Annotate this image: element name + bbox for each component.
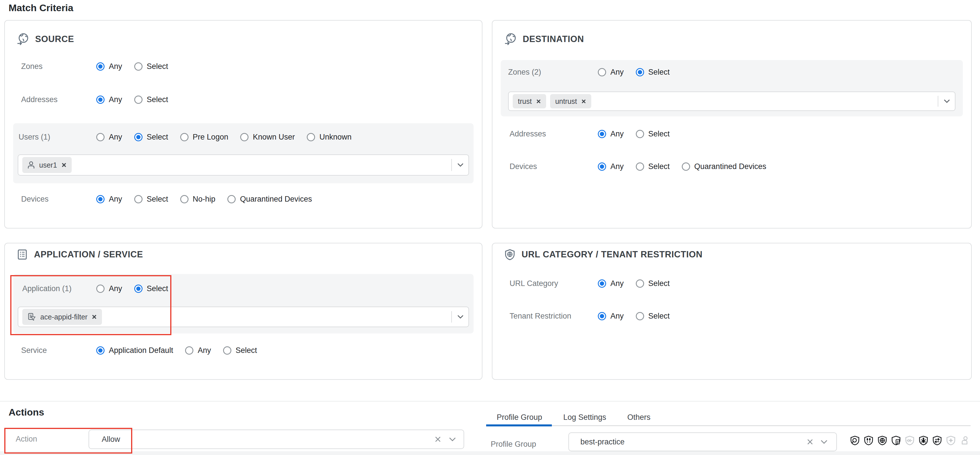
radio-icon[interactable] bbox=[223, 346, 231, 354]
source-users-prelogon-radio[interactable]: Pre Logon bbox=[180, 133, 229, 142]
radio-icon[interactable] bbox=[180, 195, 189, 203]
radio-selected-icon[interactable] bbox=[96, 62, 105, 71]
tenant-select-radio[interactable]: Select bbox=[636, 312, 670, 321]
radio-icon[interactable] bbox=[96, 284, 105, 293]
radio-selected-icon[interactable] bbox=[134, 133, 143, 141]
shield-file-icon[interactable] bbox=[891, 435, 901, 445]
zone-token[interactable]: untrust bbox=[550, 94, 591, 109]
radio-selected-icon[interactable] bbox=[598, 163, 606, 171]
tabs-underline bbox=[486, 425, 970, 426]
radio-icon[interactable] bbox=[636, 312, 644, 320]
radio-selected-icon[interactable] bbox=[598, 130, 606, 138]
actions-tabs: Profile Group Log Settings Others bbox=[486, 413, 651, 422]
shield-globe-icon[interactable] bbox=[877, 435, 888, 445]
shield-arrow-left-icon[interactable] bbox=[905, 435, 915, 445]
radio-selected-icon[interactable] bbox=[134, 284, 143, 293]
radio-icon[interactable] bbox=[228, 195, 235, 203]
tenant-any-radio[interactable]: Any bbox=[598, 312, 624, 321]
destination-addresses-any-radio[interactable]: Any bbox=[598, 129, 624, 139]
action-select[interactable]: Allow bbox=[89, 429, 464, 449]
source-addresses-select-radio[interactable]: Select bbox=[134, 95, 168, 104]
radio-selected-icon[interactable] bbox=[96, 346, 105, 354]
source-panel: SOURCE Zones Any Select Addresses Any Se… bbox=[4, 20, 482, 228]
chevron-down-icon[interactable] bbox=[457, 315, 464, 319]
application-token[interactable]: ace-appid-filter bbox=[22, 309, 102, 325]
source-users-knownuser-radio[interactable]: Known User bbox=[240, 133, 295, 142]
source-devices-any-radio[interactable]: Any bbox=[96, 195, 122, 204]
radio-icon[interactable] bbox=[185, 346, 193, 354]
remove-token-icon[interactable] bbox=[61, 163, 67, 168]
zone-token[interactable]: trust bbox=[513, 94, 546, 109]
destination-devices-select-radio[interactable]: Select bbox=[636, 162, 670, 171]
radio-selected-icon[interactable] bbox=[598, 279, 606, 288]
destination-devices-quarantined-radio[interactable]: Quarantined Devices bbox=[682, 162, 766, 171]
profile-group-select[interactable]: best-practice bbox=[568, 433, 837, 451]
destination-zones-any-radio[interactable]: Any bbox=[598, 68, 624, 77]
radio-icon[interactable] bbox=[240, 133, 248, 141]
url-category-any-radio[interactable]: Any bbox=[598, 279, 624, 288]
source-devices-quarantined-radio[interactable]: Quarantined Devices bbox=[228, 195, 312, 204]
radio-icon[interactable] bbox=[134, 96, 143, 104]
application-token-input[interactable]: ace-appid-filter bbox=[18, 307, 469, 327]
chevron-down-icon[interactable] bbox=[820, 439, 828, 444]
shield-globe-icon bbox=[504, 249, 516, 260]
tab-others[interactable]: Others bbox=[627, 413, 651, 422]
source-users-any-radio[interactable]: Any bbox=[96, 133, 122, 142]
source-devices-nohip-radio[interactable]: No-hip bbox=[180, 195, 216, 204]
radio-selected-icon[interactable] bbox=[96, 195, 105, 203]
shield-swap-arrows-icon[interactable] bbox=[932, 435, 942, 445]
application-select-radio[interactable]: Select bbox=[134, 284, 168, 293]
destination-addresses-row: Addresses Any Select bbox=[509, 127, 670, 141]
service-appdefault-radio[interactable]: Application Default bbox=[96, 346, 173, 355]
radio-icon[interactable] bbox=[134, 195, 143, 203]
chevron-down-icon[interactable] bbox=[449, 437, 456, 442]
destination-zones-token-input[interactable]: trust untrust bbox=[508, 91, 955, 111]
radio-icon[interactable] bbox=[598, 68, 606, 77]
radio-icon[interactable] bbox=[96, 133, 105, 141]
remove-token-icon[interactable] bbox=[536, 99, 541, 104]
tab-log-settings[interactable]: Log Settings bbox=[563, 413, 606, 422]
shield-magnifier-icon[interactable] bbox=[850, 435, 860, 445]
destination-zones-row: Zones (2) Any Select bbox=[508, 65, 670, 79]
application-any-radio[interactable]: Any bbox=[96, 284, 122, 293]
source-zones-any-radio[interactable]: Any bbox=[96, 62, 122, 71]
clear-icon[interactable] bbox=[807, 438, 813, 445]
url-category-select-radio[interactable]: Select bbox=[636, 279, 670, 288]
radio-icon[interactable] bbox=[307, 133, 315, 141]
remove-token-icon[interactable] bbox=[92, 314, 97, 319]
source-addresses-any-radio[interactable]: Any bbox=[96, 95, 122, 104]
user-token[interactable]: user1 bbox=[22, 157, 72, 173]
destination-devices-any-radio[interactable]: Any bbox=[598, 162, 624, 171]
radio-icon[interactable] bbox=[636, 279, 644, 288]
source-users-select-radio[interactable]: Select bbox=[134, 133, 168, 142]
radio-selected-icon[interactable] bbox=[96, 96, 105, 104]
chevron-down-icon[interactable] bbox=[943, 99, 950, 103]
chevron-down-icon[interactable] bbox=[457, 163, 464, 167]
source-devices-label: Devices bbox=[21, 195, 96, 204]
service-select-radio[interactable]: Select bbox=[223, 346, 257, 355]
shield-spyware-icon[interactable] bbox=[864, 435, 874, 445]
radio-icon[interactable] bbox=[636, 163, 644, 171]
radio-icon[interactable] bbox=[134, 62, 143, 71]
destination-addresses-label: Addresses bbox=[509, 129, 598, 139]
remove-token-icon[interactable] bbox=[581, 99, 586, 104]
destination-addresses-select-radio[interactable]: Select bbox=[636, 129, 670, 139]
shield-sparkle-icon[interactable] bbox=[946, 435, 956, 445]
source-devices-row: Devices Any Select No-hip Quarantined De… bbox=[21, 192, 312, 206]
shield-bug-icon[interactable] bbox=[918, 435, 929, 445]
radio-icon[interactable] bbox=[180, 133, 189, 141]
tab-profile-group[interactable]: Profile Group bbox=[497, 413, 542, 422]
radio-icon[interactable] bbox=[682, 163, 690, 171]
radio-selected-icon[interactable] bbox=[598, 312, 606, 320]
radio-icon[interactable] bbox=[636, 130, 644, 138]
source-zones-select-radio[interactable]: Select bbox=[134, 62, 168, 71]
source-devices-select-radio[interactable]: Select bbox=[134, 195, 168, 204]
profile-group-value: best-practice bbox=[581, 437, 625, 446]
clear-icon[interactable] bbox=[434, 436, 441, 443]
destination-zones-select-radio[interactable]: Select bbox=[636, 68, 670, 77]
source-users-token-input[interactable]: user1 bbox=[18, 155, 469, 176]
service-any-radio[interactable]: Any bbox=[185, 346, 211, 355]
radio-selected-icon[interactable] bbox=[636, 68, 644, 77]
user-profile-icon[interactable] bbox=[959, 435, 970, 445]
source-users-unknown-radio[interactable]: Unknown bbox=[307, 133, 352, 142]
